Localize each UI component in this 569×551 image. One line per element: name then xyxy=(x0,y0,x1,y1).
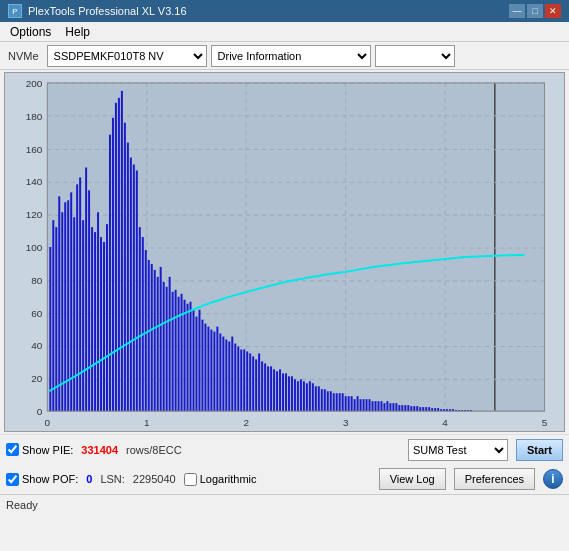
svg-rect-67 xyxy=(145,250,147,411)
svg-rect-114 xyxy=(285,373,287,411)
svg-rect-90 xyxy=(213,332,215,412)
show-pie-label[interactable]: Show PIE: xyxy=(6,443,73,456)
svg-text:20: 20 xyxy=(31,373,43,384)
svg-rect-55 xyxy=(109,135,111,411)
svg-text:1: 1 xyxy=(144,417,150,428)
drive-select[interactable]: SSDPEMKF010T8 NV xyxy=(47,45,207,67)
menu-options[interactable]: Options xyxy=(4,24,57,40)
svg-rect-65 xyxy=(139,227,141,411)
window-controls: — □ ✕ xyxy=(509,4,561,18)
svg-rect-104 xyxy=(255,359,257,411)
show-pof-checkbox[interactable] xyxy=(6,473,19,486)
lsn-value: 2295040 xyxy=(133,473,176,485)
status-bar: Ready xyxy=(0,494,569,514)
svg-rect-124 xyxy=(315,386,317,411)
svg-rect-142 xyxy=(369,399,371,411)
svg-rect-89 xyxy=(210,330,212,412)
svg-text:5: 5 xyxy=(542,417,548,428)
svg-rect-154 xyxy=(404,405,406,411)
svg-rect-120 xyxy=(303,381,305,411)
svg-rect-107 xyxy=(264,363,266,411)
extra-select[interactable] xyxy=(375,45,455,67)
svg-rect-102 xyxy=(249,353,251,411)
svg-rect-47 xyxy=(85,167,87,411)
svg-rect-49 xyxy=(91,227,93,411)
svg-rect-152 xyxy=(398,405,400,411)
svg-rect-43 xyxy=(73,217,75,411)
svg-text:0: 0 xyxy=(37,406,43,417)
info-button[interactable]: i xyxy=(543,469,563,489)
svg-text:180: 180 xyxy=(26,111,43,122)
function-select[interactable]: Drive Information xyxy=(211,45,371,67)
svg-rect-103 xyxy=(252,356,254,411)
bottom-controls-row1: Show PIE: 331404 rows/8ECC SUM8 Test Sta… xyxy=(0,434,569,464)
svg-rect-99 xyxy=(240,349,242,411)
show-pie-checkbox[interactable] xyxy=(6,443,19,456)
chart-svg: 200 180 160 140 120 100 80 60 40 20 0 0 … xyxy=(5,73,564,431)
svg-rect-111 xyxy=(276,371,278,411)
svg-rect-143 xyxy=(372,401,374,411)
svg-text:0: 0 xyxy=(45,417,51,428)
title-bar: P PlexTools Professional XL V3.16 — □ ✕ xyxy=(0,0,569,22)
sum-test-select[interactable]: SUM8 Test xyxy=(408,439,508,461)
svg-rect-118 xyxy=(297,381,299,411)
svg-rect-106 xyxy=(261,361,263,411)
svg-rect-146 xyxy=(380,401,382,411)
svg-rect-117 xyxy=(294,379,296,411)
svg-rect-63 xyxy=(133,164,135,411)
svg-rect-40 xyxy=(64,202,66,411)
svg-rect-131 xyxy=(336,393,338,411)
svg-rect-54 xyxy=(106,224,108,411)
svg-rect-110 xyxy=(273,369,275,411)
svg-rect-113 xyxy=(282,373,284,411)
menu-help[interactable]: Help xyxy=(59,24,96,40)
svg-rect-83 xyxy=(193,310,195,411)
minimize-button[interactable]: — xyxy=(509,4,525,18)
show-pie-text: Show PIE: xyxy=(22,444,73,456)
svg-text:120: 120 xyxy=(26,209,43,220)
svg-text:160: 160 xyxy=(26,144,43,155)
svg-text:100: 100 xyxy=(26,242,43,253)
svg-rect-125 xyxy=(318,386,320,411)
svg-rect-153 xyxy=(401,405,403,411)
close-button[interactable]: ✕ xyxy=(545,4,561,18)
logarithmic-label[interactable]: Logarithmic xyxy=(184,473,257,486)
svg-rect-136 xyxy=(351,396,353,411)
svg-rect-112 xyxy=(279,369,281,411)
svg-rect-59 xyxy=(121,91,123,411)
status-text: Ready xyxy=(6,499,38,511)
svg-rect-45 xyxy=(79,177,81,411)
svg-rect-155 xyxy=(407,405,409,411)
svg-rect-147 xyxy=(383,403,385,411)
svg-rect-101 xyxy=(246,351,248,411)
svg-rect-73 xyxy=(163,282,165,411)
svg-rect-148 xyxy=(386,401,388,411)
view-log-button[interactable]: View Log xyxy=(379,468,446,490)
svg-rect-70 xyxy=(154,270,156,411)
svg-rect-156 xyxy=(410,406,412,411)
svg-rect-75 xyxy=(169,277,171,411)
svg-rect-121 xyxy=(306,383,308,411)
svg-rect-141 xyxy=(366,399,368,411)
svg-rect-158 xyxy=(416,406,418,411)
svg-text:60: 60 xyxy=(31,308,43,319)
svg-rect-38 xyxy=(58,196,60,411)
svg-rect-126 xyxy=(321,389,323,411)
svg-rect-52 xyxy=(100,237,102,411)
svg-rect-162 xyxy=(428,407,430,411)
show-pof-label[interactable]: Show POF: xyxy=(6,473,78,486)
preferences-button[interactable]: Preferences xyxy=(454,468,535,490)
svg-text:2: 2 xyxy=(243,417,249,428)
chart-container: 200 180 160 140 120 100 80 60 40 20 0 0 … xyxy=(4,72,565,432)
svg-rect-46 xyxy=(82,220,84,411)
restore-button[interactable]: □ xyxy=(527,4,543,18)
svg-text:80: 80 xyxy=(31,275,43,286)
start-button[interactable]: Start xyxy=(516,439,563,461)
logarithmic-text: Logarithmic xyxy=(200,473,257,485)
app-icon: P xyxy=(8,4,22,18)
svg-rect-80 xyxy=(184,300,186,411)
svg-rect-123 xyxy=(312,383,314,411)
logarithmic-checkbox[interactable] xyxy=(184,473,197,486)
svg-text:40: 40 xyxy=(31,340,43,351)
app-title: PlexTools Professional XL V3.16 xyxy=(28,5,187,17)
